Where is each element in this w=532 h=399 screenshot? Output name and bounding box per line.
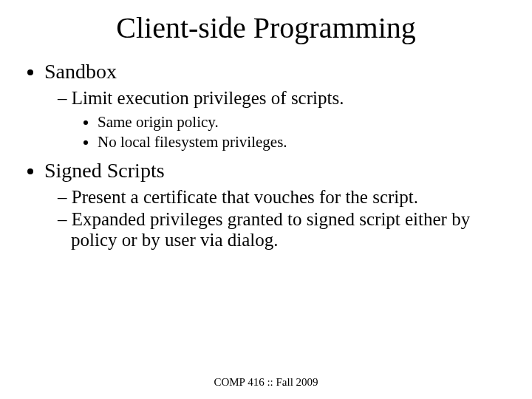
subsub-list: Same origin policy. No local filesystem … xyxy=(98,113,502,151)
bullet-text: Expanded privileges granted to signed sc… xyxy=(71,209,470,250)
bullet-signed-scripts: Signed Scripts Present a certificate tha… xyxy=(44,159,502,250)
bullet-text: Same origin policy. xyxy=(98,113,219,131)
slide: Client-side Programming Sandbox Limit ex… xyxy=(0,10,532,399)
sub-bullet: Limit execution privileges of scripts. S… xyxy=(58,88,502,151)
sub-bullet: Present a certificate that vouches for t… xyxy=(58,187,502,208)
bullet-text: No local filesystem privileges. xyxy=(98,133,287,151)
sub-list: Present a certificate that vouches for t… xyxy=(58,187,502,250)
bullet-text: Signed Scripts xyxy=(44,159,165,182)
slide-footer: COMP 416 :: Fall 2009 xyxy=(0,376,532,389)
bullet-sandbox: Sandbox Limit execution privileges of sc… xyxy=(44,60,502,151)
bullet-text: Sandbox xyxy=(44,60,117,83)
subsub-bullet: No local filesystem privileges. xyxy=(98,133,502,151)
subsub-bullet: Same origin policy. xyxy=(98,113,502,132)
slide-title: Client-side Programming xyxy=(0,10,532,45)
sub-bullet: Expanded privileges granted to signed sc… xyxy=(58,209,502,250)
sub-list: Limit execution privileges of scripts. S… xyxy=(58,88,502,151)
bullet-text: Present a certificate that vouches for t… xyxy=(72,187,418,207)
bullet-list: Sandbox Limit execution privileges of sc… xyxy=(30,60,532,250)
bullet-text: Limit execution privileges of scripts. xyxy=(72,88,344,108)
